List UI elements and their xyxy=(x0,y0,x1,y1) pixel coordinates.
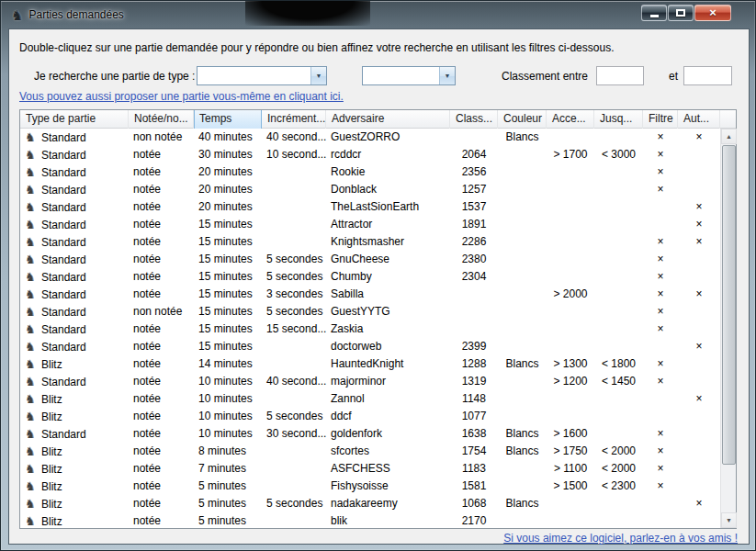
game-speed-select[interactable]: ▼ xyxy=(362,66,456,85)
table-row[interactable]: ♞Standardnotée30 minutes10 second...rcdd… xyxy=(20,146,720,163)
cell-2: notée xyxy=(129,163,194,181)
column-header-7[interactable]: Couleur xyxy=(498,110,547,129)
scroll-up-button[interactable]: ▲ xyxy=(721,129,737,144)
cell-3: 7 minutes xyxy=(194,460,262,478)
table-row[interactable]: ♞Standardnon notée40 minutes40 second...… xyxy=(20,129,720,146)
table-row[interactable]: ♞Blitznotée8 minutessfcortes1754Blancs> … xyxy=(20,443,720,460)
cell-5: Fishysoisse xyxy=(326,478,450,495)
close-button[interactable]: × xyxy=(694,5,731,21)
cell-3: 15 minutes xyxy=(194,320,262,338)
cell-8 xyxy=(547,390,594,408)
cell-8 xyxy=(547,198,594,216)
cell-5: HauntedKnight xyxy=(326,355,450,373)
scroll-down-button[interactable]: ▼ xyxy=(721,512,737,528)
cell-4: 5 secondes xyxy=(262,251,326,268)
cell-4: 30 second... xyxy=(262,425,326,443)
table-row[interactable]: ♞Standardnotée15 minutes5 secondesGnuChe… xyxy=(20,251,720,268)
table-row[interactable]: ♞Blitznotée5 minutesFishysoisse1581> 150… xyxy=(20,478,720,495)
cell-2: notée xyxy=(129,320,194,338)
column-header-4[interactable]: Incrément... xyxy=(262,110,326,129)
cell-8: > 1100 xyxy=(547,460,594,478)
column-header-11[interactable]: Aut... xyxy=(678,110,720,129)
chevron-down-icon[interactable]: ▼ xyxy=(439,67,455,84)
cell-3: 15 minutes xyxy=(194,268,262,286)
cell-3: 20 minutes xyxy=(194,181,262,198)
propose-game-link[interactable]: Vous pouvez aussi proposer une partie vo… xyxy=(19,90,344,103)
table-row[interactable]: ♞Standardnotée15 minutes15 second...Zask… xyxy=(20,320,720,338)
cell-5: Donblack xyxy=(326,181,450,198)
game-type-text: Blitz xyxy=(41,480,62,493)
chevron-down-icon[interactable]: ▼ xyxy=(310,67,326,84)
cell-8 xyxy=(547,338,594,355)
column-header-9[interactable]: Jusq... xyxy=(594,110,643,129)
scrollbar-thumb[interactable] xyxy=(722,145,736,465)
cell-10: × xyxy=(643,478,678,495)
cell-11 xyxy=(678,181,720,198)
cell-6: 2356 xyxy=(450,163,498,181)
column-header-5[interactable]: Adversaire xyxy=(326,110,450,129)
cell-6: 2286 xyxy=(450,233,498,251)
rating-max-input[interactable] xyxy=(683,66,732,85)
cell-6: 1183 xyxy=(450,460,498,478)
table-row[interactable]: ♞Standardnotée15 minutes5 secondesChumby… xyxy=(20,268,720,286)
cell-10: × xyxy=(643,373,678,390)
cell-8: > 1700 xyxy=(547,146,594,163)
table-row[interactable]: ♞Standardnotée15 minutesAttractor1891× xyxy=(20,216,720,233)
table-row[interactable]: ♞Standardnon notée15 minutes5 secondesGu… xyxy=(20,303,720,320)
rating-min-input[interactable] xyxy=(596,66,644,85)
cell-1: ♞Standard xyxy=(20,373,129,390)
cell-1: ♞Standard xyxy=(20,129,129,146)
cell-7 xyxy=(498,233,547,251)
column-header-6[interactable]: Class... xyxy=(450,110,498,129)
knight-icon: ♞ xyxy=(25,460,39,478)
window-title: Parties demandées xyxy=(28,8,123,21)
cell-11: × xyxy=(678,198,720,216)
column-header-3[interactable]: Temps xyxy=(194,110,262,129)
cell-4 xyxy=(262,443,326,460)
column-header-1[interactable]: Type de partie xyxy=(20,110,129,129)
knight-icon: ♞ xyxy=(25,146,39,163)
cell-3: 15 minutes xyxy=(194,303,262,320)
table-row[interactable]: ♞Standardnotée20 minutesTheLastSionEarth… xyxy=(20,198,720,216)
table-row[interactable]: ♞Standardnotée10 minutes30 second...gold… xyxy=(20,425,720,443)
cell-9 xyxy=(594,286,643,303)
cell-1: ♞Blitz xyxy=(20,495,129,512)
table-row[interactable]: ♞Blitznotée14 minutesHauntedKnight1288Bl… xyxy=(20,355,720,373)
cell-8 xyxy=(547,512,594,528)
cell-10 xyxy=(643,390,678,408)
table-row[interactable]: ♞Standardnotée20 minutesDonblack1257× xyxy=(20,181,720,198)
table-row[interactable]: ♞Blitznotée10 minutesZannol1148× xyxy=(20,390,720,408)
cell-9 xyxy=(594,268,643,286)
cell-11 xyxy=(678,478,720,495)
table-row[interactable]: ♞Blitznotée5 minutes5 secondesnadakareem… xyxy=(20,495,720,512)
cell-3: 5 minutes xyxy=(194,478,262,495)
game-type-text: Standard xyxy=(41,131,86,144)
scrollbar[interactable]: ▲ ▼ xyxy=(720,129,736,528)
cell-9 xyxy=(594,163,643,181)
table-row[interactable]: ♞Standardnotée15 minutesKnightsmasher228… xyxy=(20,233,720,251)
table-row[interactable]: ♞Blitznotée5 minutesblik2170 xyxy=(20,512,720,528)
cell-2: notée xyxy=(129,146,194,163)
cell-7: Blancs xyxy=(498,425,547,443)
table-row[interactable]: ♞Blitznotée7 minutesASFCHESS1183> 1100< … xyxy=(20,460,720,478)
column-header-2[interactable]: Notée/no... xyxy=(129,110,194,129)
cell-9: < 2000 xyxy=(594,443,643,460)
table-row[interactable]: ♞Standardnotée10 minutes40 second...majo… xyxy=(20,373,720,390)
maximize-button[interactable] xyxy=(668,5,694,21)
game-type-text: Blitz xyxy=(41,445,62,458)
table-row[interactable]: ♞Standardnotée20 minutesRookie2356× xyxy=(20,163,720,181)
games-table: Type de partieNotée/no...TempsIncrément.… xyxy=(19,109,737,529)
table-row[interactable]: ♞Blitznotée10 minutes5 secondesddcf1077 xyxy=(20,408,720,425)
column-header-8[interactable]: Acce... xyxy=(547,110,594,129)
minimize-button[interactable] xyxy=(641,5,667,21)
share-link[interactable]: Si vous aimez ce logiciel, parlez-en à v… xyxy=(503,532,738,545)
game-type-select[interactable]: ▼ xyxy=(197,66,327,85)
cell-3: 10 minutes xyxy=(194,408,262,425)
cell-8 xyxy=(547,495,594,512)
table-row[interactable]: ♞Standardnotée15 minutesdoctorweb2399× xyxy=(20,338,720,355)
column-header-10[interactable]: Filtre xyxy=(643,110,678,129)
cell-7: Blancs xyxy=(498,443,547,460)
game-type-text: Standard xyxy=(41,236,86,249)
table-row[interactable]: ♞Standardnotée15 minutes3 secondesSabill… xyxy=(20,286,720,303)
cell-7 xyxy=(498,268,547,286)
